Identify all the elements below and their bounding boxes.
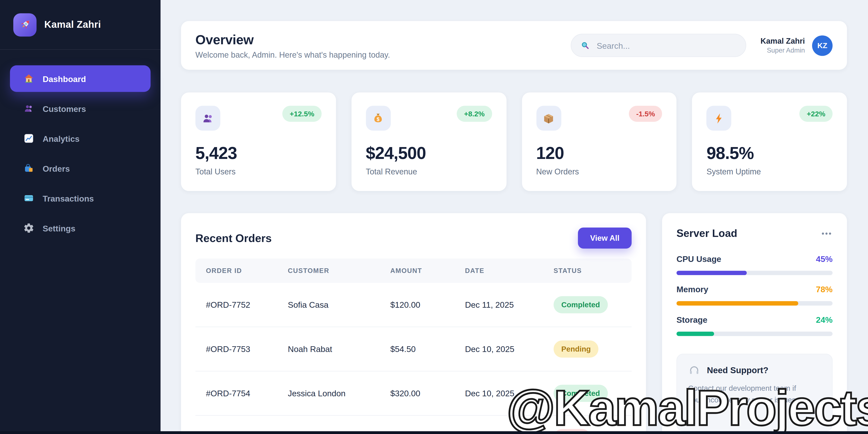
sidebar-item-label: Customers	[42, 104, 86, 113]
progress-fill	[676, 271, 747, 275]
orders-table-header: ORDER IDCUSTOMERAMOUNTDATESTATUS	[195, 258, 631, 283]
status-badge: Pending	[554, 341, 598, 358]
progress-track	[676, 271, 833, 275]
orders-header-row: ORDER IDCUSTOMERAMOUNTDATESTATUS	[195, 258, 631, 283]
load-label: Memory	[676, 285, 708, 294]
stat-label: Total Revenue	[366, 167, 492, 176]
user-names: Kamal Zahri Super Admin	[761, 36, 805, 54]
recent-orders-head: Recent Orders View All	[195, 227, 631, 249]
user-role: Super Admin	[761, 46, 805, 54]
amount-cell: $120.00	[380, 283, 455, 327]
users-icon	[23, 103, 34, 114]
sidebar-menu: DashboardCustomersAnalyticsOrdersTransac…	[0, 50, 161, 260]
support-text: Contact our development team if you enco…	[688, 383, 807, 406]
progress-fill	[676, 301, 798, 306]
stat-icon-wrap	[536, 106, 561, 131]
amount-cell: $320.00	[380, 371, 455, 415]
load-label: Storage	[676, 315, 707, 324]
stat-icon-wrap: $	[366, 106, 391, 131]
progress-track	[676, 332, 833, 336]
page-subtitle: Welcome back, Admin. Here's what's happe…	[195, 50, 390, 59]
orders-column-header: AMOUNT	[380, 258, 455, 283]
load-value: 24%	[816, 315, 832, 324]
search-box[interactable]	[571, 34, 746, 57]
load-metric: CPU Usage45%	[676, 254, 833, 275]
sidebar-item-label: Orders	[42, 164, 70, 173]
recent-orders-title: Recent Orders	[195, 231, 272, 244]
load-metric: Storage24%	[676, 315, 833, 336]
stat-card: -1.5%120New Orders	[522, 92, 677, 191]
sidebar-item-dashboard[interactable]: Dashboard	[10, 65, 151, 92]
order-id-cell: #ORD-7752	[195, 283, 277, 327]
load-label: CPU Usage	[676, 254, 721, 264]
bottom-section: Recent Orders View All ORDER IDCUSTOMERA…	[181, 213, 847, 434]
orders-table: ORDER IDCUSTOMERAMOUNTDATESTATUS #ORD-77…	[195, 258, 631, 434]
date-cell: Dec 11, 2025	[455, 283, 543, 327]
sidebar-item-orders[interactable]: Orders	[10, 155, 151, 181]
search-icon	[580, 40, 590, 51]
progress-track	[676, 301, 833, 306]
status-badge: Completed	[554, 385, 608, 402]
change-badge: -1.5%	[629, 106, 662, 122]
sidebar-item-label: Transactions	[42, 193, 94, 203]
stat-card: +12.5%5,423Total Users	[181, 92, 336, 191]
orders-column-header: CUSTOMER	[277, 258, 380, 283]
table-row[interactable]: #ORD-7754Jessica London$320.00Dec 10, 20…	[195, 371, 631, 415]
search-input[interactable]	[595, 40, 737, 51]
view-all-button[interactable]: View All	[578, 227, 631, 249]
stat-value: $24,500	[366, 144, 492, 163]
sidebar-item-analytics[interactable]: Analytics	[10, 125, 151, 152]
orders-column-header: ORDER ID	[195, 258, 277, 283]
amount-cell: $54.50	[380, 327, 455, 371]
dashboard-app: Kamal Zahri DashboardCustomersAnalyticsO…	[0, 0, 868, 434]
stat-cards: +12.5%5,423Total Users$+8.2%$24,500Total…	[181, 92, 847, 191]
headset-icon	[688, 364, 700, 376]
sidebar-item-settings[interactable]: Settings	[10, 215, 151, 241]
rocket-icon	[13, 13, 37, 36]
page-header: Overview Welcome back, Admin. Here's wha…	[195, 32, 390, 59]
brand-name: Kamal Zahri	[44, 19, 101, 31]
stat-card: +22%98.5%System Uptime	[692, 92, 847, 191]
status-cell: Completed	[543, 371, 632, 415]
chart-icon	[23, 133, 34, 144]
sidebar-item-label: Dashboard	[42, 74, 86, 83]
recent-orders-panel: Recent Orders View All ORDER IDCUSTOMERA…	[181, 213, 646, 434]
gear-icon	[23, 222, 34, 234]
stat-value: 98.5%	[707, 144, 833, 163]
order-id-cell: #ORD-7754	[195, 371, 277, 415]
sidebar-item-label: Settings	[42, 223, 75, 233]
load-value: 45%	[816, 254, 832, 264]
support-title: Need Support?	[707, 365, 768, 375]
main-content: Overview Welcome back, Admin. Here's wha…	[161, 0, 868, 434]
change-badge: +8.2%	[457, 106, 492, 122]
bag-icon	[23, 163, 34, 174]
user-profile[interactable]: Kamal Zahri Super Admin KZ	[761, 35, 833, 56]
table-row[interactable]: #ORD-7753Noah Rabat$54.50Dec 10, 2025Pen…	[195, 327, 631, 371]
server-load-title: Server Load	[676, 227, 737, 240]
table-row[interactable]: #ORD-7752Sofia Casa$120.00Dec 11, 2025Co…	[195, 283, 631, 327]
stat-label: System Uptime	[707, 167, 833, 176]
avatar[interactable]: KZ	[812, 35, 833, 56]
topbar: Overview Welcome back, Admin. Here's wha…	[181, 21, 847, 70]
progress-fill	[676, 332, 714, 336]
status-cell: Completed	[543, 283, 632, 327]
server-load-metrics: CPU Usage45%Memory78%Storage24%	[676, 254, 833, 336]
order-id-cell: #ORD-7753	[195, 327, 277, 371]
stat-card: $+8.2%$24,500Total Revenue	[351, 92, 506, 191]
change-badge: +12.5%	[282, 106, 321, 122]
server-load-head: Server Load	[676, 227, 833, 240]
svg-text:$: $	[377, 116, 379, 122]
date-cell: Dec 10, 2025	[455, 371, 543, 415]
sidebar-item-label: Analytics	[42, 134, 80, 143]
moneybag-icon: $	[371, 112, 385, 125]
load-value: 78%	[816, 285, 832, 294]
status-badge: Completed	[554, 296, 608, 313]
stat-label: New Orders	[536, 167, 662, 176]
stat-icon-wrap	[195, 106, 220, 131]
customer-cell: Jessica London	[277, 371, 380, 415]
orders-column-header: DATE	[455, 258, 543, 283]
sidebar-item-customers[interactable]: Customers	[10, 95, 151, 122]
sidebar-item-transactions[interactable]: Transactions	[10, 185, 151, 211]
dots-menu-icon[interactable]	[820, 227, 832, 240]
bolt-icon	[712, 112, 725, 125]
